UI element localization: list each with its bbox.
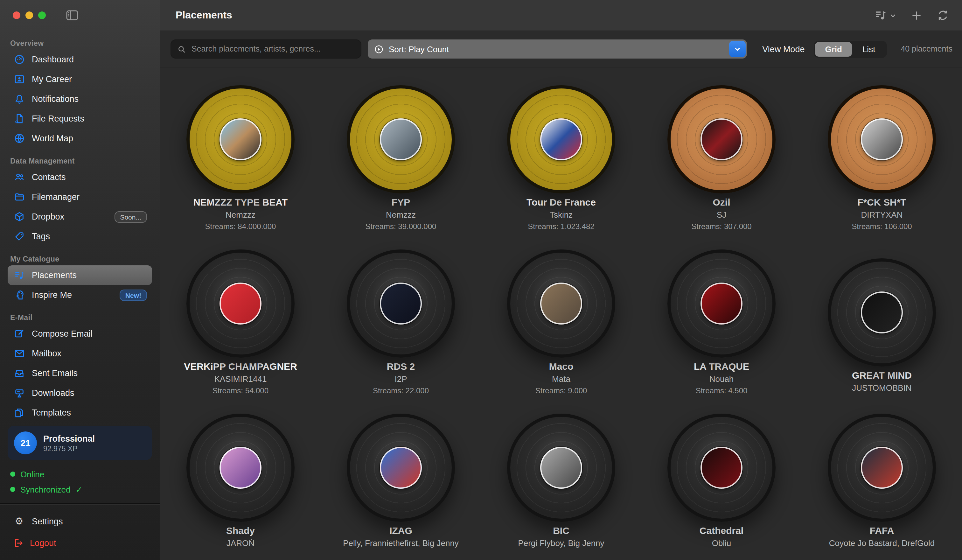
album-art [380, 447, 422, 489]
vinyl-record [828, 258, 936, 366]
sidebar-item-dashboard[interactable]: Dashboard [8, 50, 152, 69]
album-art [701, 118, 742, 160]
vinyl-record [828, 414, 936, 522]
sidebar-item-inspire-me[interactable]: Inspire Me New! [8, 285, 152, 305]
check-icon: ✓ [76, 484, 83, 494]
sort-chevron-button[interactable] [729, 41, 746, 57]
sidebar-item-my-career[interactable]: My Career [8, 69, 152, 89]
sort-menu-button[interactable] [874, 9, 896, 22]
sidebar-item-downloads[interactable]: Downloads [8, 383, 152, 403]
section-header-my-catalogue: My Catalogue [10, 255, 152, 263]
sidebar-item-notifications[interactable]: Notifications [8, 89, 152, 109]
box-icon [13, 211, 26, 222]
sidebar-item-dropbox[interactable]: Dropbox Soon... [8, 207, 152, 226]
vinyl-record [186, 249, 295, 358]
app-window: Overview Dashboard My Career Notificatio… [0, 0, 962, 560]
sidebar-item-contacts[interactable]: Contacts [8, 167, 152, 187]
online-status: Online [8, 466, 152, 482]
chevron-down-icon [889, 12, 896, 19]
sidebar-item-sent-emails[interactable]: Sent Emails [8, 363, 152, 383]
list-view-button[interactable]: List [852, 42, 885, 56]
level-badge: 21 [14, 431, 37, 454]
grid-view-button[interactable]: Grid [815, 42, 852, 56]
album-art [540, 118, 582, 160]
search-input[interactable] [190, 44, 354, 54]
sidebar: Overview Dashboard My Career Notificatio… [0, 0, 160, 560]
minimize-window-button[interactable] [26, 11, 33, 19]
placement-card[interactable]: FAFACoyote Jo Bastard, DrefGold [802, 414, 962, 560]
bell-icon [13, 94, 26, 104]
vinyl-record [667, 249, 776, 358]
titlebar: Placements [160, 0, 962, 31]
sidebar-item-file-requests[interactable]: File Requests [8, 109, 152, 129]
placement-card[interactable]: F*CK SH*TDIRTYXANStreams: 106.000 [802, 85, 962, 249]
music-list-icon [13, 270, 26, 281]
window-controls [8, 0, 152, 31]
placement-card[interactable]: LA TRAQUENouahStreams: 4.500 [641, 249, 802, 414]
sort-value: Sort: Play Count [389, 44, 724, 54]
sidebar-item-tags[interactable]: Tags [8, 226, 152, 246]
vinyl-record [347, 414, 455, 522]
placement-card[interactable]: GREAT MINDJUSTOMOBBIN [802, 249, 962, 414]
album-art [701, 447, 742, 489]
placement-card[interactable]: IZAGPelly, Franniethefirst, Big Jenny [321, 414, 481, 560]
gear-icon: ⚙ [13, 515, 26, 527]
album-art [220, 447, 261, 489]
refresh-button[interactable] [936, 9, 949, 22]
section-header-email: E-Mail [10, 314, 152, 321]
vinyl-record [507, 414, 615, 522]
vinyl-record [667, 414, 776, 522]
brain-head-icon [13, 290, 26, 300]
placement-card[interactable]: VERKiPP CHAMPAGNERKASIMIR1441Streams: 54… [160, 249, 321, 414]
vinyl-record [347, 85, 455, 194]
main-area: Placements Sort: Play Count View Mode [160, 0, 962, 560]
level-card[interactable]: 21 Professional 92.975 XP [8, 426, 152, 460]
settings-button[interactable]: ⚙ Settings [8, 510, 152, 532]
placement-card[interactable]: CathedralObliu [641, 414, 802, 560]
sort-dropdown[interactable]: Sort: Play Count [368, 39, 747, 58]
vinyl-record [828, 85, 936, 194]
placement-card[interactable]: OzilSJStreams: 307.000 [641, 85, 802, 249]
vinyl-record [507, 85, 615, 194]
sidebar-divider [0, 504, 160, 504]
envelope-icon [13, 348, 26, 359]
folder-icon [13, 192, 26, 202]
placement-card[interactable]: BICPergi Flyboy, Big Jenny [481, 414, 641, 560]
placement-card[interactable]: ShadyJAROŃ [160, 414, 321, 560]
sidebar-item-mailbox[interactable]: Mailbox [8, 344, 152, 363]
placement-card[interactable]: FYPNemzzzStreams: 39.000.000 [321, 85, 481, 249]
zoom-window-button[interactable] [38, 11, 46, 19]
file-plus-icon [13, 113, 26, 124]
sidebar-toggle-icon[interactable] [66, 10, 78, 20]
compose-icon [13, 328, 26, 339]
album-art [540, 447, 582, 489]
vinyl-record [186, 85, 295, 194]
sidebar-item-compose-email[interactable]: Compose Email [8, 324, 152, 344]
section-header-overview: Overview [10, 39, 152, 47]
soon-badge: Soon... [114, 211, 147, 223]
album-art [861, 447, 903, 489]
album-art [701, 282, 742, 324]
close-window-button[interactable] [13, 11, 20, 19]
sync-dot-icon [10, 487, 15, 492]
placement-card[interactable]: NEMZZZ TYPE BEATNemzzzStreams: 84.000.00… [160, 85, 321, 249]
album-art [220, 118, 261, 160]
globe-icon [13, 133, 26, 144]
sidebar-item-filemanager[interactable]: Filemanager [8, 187, 152, 207]
tray-icon [13, 368, 26, 379]
level-xp: 92.975 XP [43, 444, 95, 452]
tag-icon [13, 231, 26, 242]
documents-icon [13, 407, 26, 418]
play-circle-icon [374, 44, 384, 54]
placement-card[interactable]: MacoMataStreams: 9.000 [481, 249, 641, 414]
add-placement-button[interactable] [910, 9, 923, 21]
search-box[interactable] [171, 39, 362, 58]
sidebar-item-world-map[interactable]: World Map [8, 129, 152, 148]
sidebar-item-templates[interactable]: Templates [8, 403, 152, 423]
placement-card[interactable]: Tour De FranceTskinzStreams: 1.023.482 [481, 85, 641, 249]
placement-card[interactable]: RDS 2I2PStreams: 22.000 [321, 249, 481, 414]
online-dot-icon [10, 471, 15, 477]
section-header-data-management: Data Management [10, 157, 152, 165]
logout-button[interactable]: Logout [8, 532, 152, 554]
sidebar-item-placements[interactable]: Placements [8, 265, 152, 285]
